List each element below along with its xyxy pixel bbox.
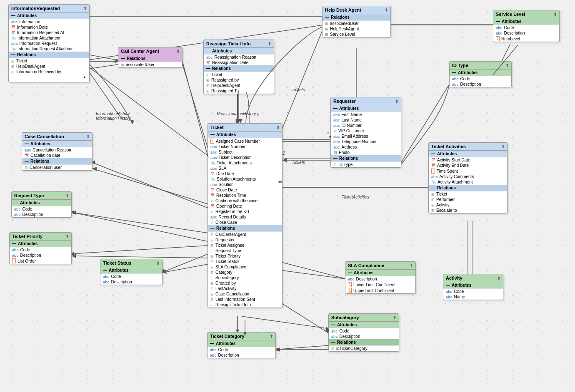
svg-marker-49 xyxy=(282,158,287,162)
row: 📅Activity Start Date xyxy=(429,157,507,163)
entity-header-sla-compliance: SLA Compliance ⬆ xyxy=(345,262,415,270)
row: ⊞HelpDeskAgent xyxy=(9,64,89,69)
entity-header-subcategory: Subcategory ⬆ xyxy=(329,314,399,322)
row: abcInformation Request xyxy=(9,41,89,46)
entity-requester[interactable]: Requester ⬆ — Attributes abcFirst Name a… xyxy=(330,97,401,168)
svg-line-26 xyxy=(242,316,329,329)
entity-activity[interactable]: Activity ⬆ — Attributes abcCode abcName xyxy=(443,274,503,300)
attr-section-id-type: — Attributes xyxy=(450,69,511,76)
entity-ticket-category[interactable]: Ticket Category ⬆ — Attributes abcCode a… xyxy=(207,332,276,358)
row: ⊞Ticket xyxy=(429,191,507,197)
row: ⊞Information Received by xyxy=(9,69,89,74)
row: ⊞Service Level xyxy=(322,32,390,37)
row: 📅Cacellation date xyxy=(22,153,92,158)
row: ⊞Category xyxy=(208,270,282,275)
row: 📎Solution Attachments xyxy=(208,176,282,182)
row: ⊞associatedUser xyxy=(118,62,182,67)
row: ✓Continue with the case xyxy=(208,198,282,203)
row: abcLast Name xyxy=(331,117,401,123)
entity-ticket-status[interactable]: Ticket Status ⬆ — Attributes abcCode abc… xyxy=(100,259,162,285)
entity-header-case-cancellation: Case Cancellation ⬆ xyxy=(22,133,92,141)
row: abcID Number xyxy=(331,123,401,128)
rel-section-requester: — Relations xyxy=(331,155,401,162)
row: abcDescription xyxy=(450,82,511,87)
svg-marker-63 xyxy=(131,120,134,124)
row: ⊞Reasign Ticket Info xyxy=(208,302,282,308)
svg-line-15 xyxy=(92,162,208,208)
row: 📎Ticket Attachments xyxy=(208,160,282,166)
entity-header-request-type: Request Type ⬆ xyxy=(12,192,71,200)
svg-line-39 xyxy=(90,65,118,69)
row: ⊞Ticket Status xyxy=(208,259,282,264)
entity-ticket-activities[interactable]: Ticket Activities ⬆ — Attributes 📅Activi… xyxy=(428,142,508,213)
row: abcCode xyxy=(450,76,511,82)
row: abcInformation xyxy=(9,19,89,25)
svg-marker-44 xyxy=(238,119,242,123)
entity-sla-compliance[interactable]: SLA Compliance ⬆ — Attributes abcDescrip… xyxy=(345,261,416,294)
svg-line-35 xyxy=(85,67,120,117)
entity-id-type[interactable]: ID Type ⬆ — Attributes abcCode abcDescri… xyxy=(449,61,512,87)
row: ✓VIP Customer xyxy=(331,128,401,134)
rel-section-ticket: — Relations xyxy=(208,225,282,232)
rel-section-reassign: — Relations xyxy=(204,65,274,72)
row: abcDescription xyxy=(100,279,162,285)
attr-section-info-req: — Attributes xyxy=(9,12,89,19)
row: abcDescription xyxy=(329,334,399,339)
attr-section-reassign: — Attributes xyxy=(204,48,274,55)
rel-section-ticket-activities: — Relations xyxy=(429,185,507,191)
row: abcName xyxy=(443,294,503,300)
entity-call-center-agent[interactable]: Call Center Agent ⬆ — Relations ⊞associa… xyxy=(118,47,182,68)
attr-section-activity: — Attributes xyxy=(443,282,503,289)
entity-request-type[interactable]: Request Type ⬆ — Attributes abcCode abcD… xyxy=(11,191,72,218)
svg-line-30 xyxy=(275,345,329,350)
entity-ticket[interactable]: Ticket ⬆ — Attributes 1Assigned Case Num… xyxy=(208,123,282,308)
svg-marker-43 xyxy=(235,119,240,123)
row: abcDescription xyxy=(345,276,415,282)
row: abcSubject xyxy=(208,149,282,155)
row: ⊞idTicketCategory xyxy=(329,346,399,351)
row: abcRecord Details xyxy=(208,214,282,220)
attr-section-ticket-priority: — Attributes xyxy=(10,241,71,247)
diagram-canvas: * * * xyxy=(0,0,575,392)
entity-header-service-level: Service Level ⬆ xyxy=(493,10,559,18)
row: ✓Close Case xyxy=(208,220,282,225)
row: ⊞Escalate to xyxy=(429,208,507,213)
information-history-label: InformationHistoryInformation History xyxy=(96,112,131,121)
entity-header-call-center: Call Center Agent ⬆ xyxy=(118,47,182,55)
svg-text:*: * xyxy=(283,150,285,156)
entity-help-desk-agent[interactable]: Help Desk Agent ⬆ — Relations ⊞associate… xyxy=(322,6,391,37)
svg-line-2 xyxy=(85,54,119,60)
ticket-activities-label: TicketActivities xyxy=(342,195,369,199)
svg-marker-38 xyxy=(115,60,118,63)
row: ⊞Cancellation user xyxy=(22,165,92,170)
attr-section-subcategory: — Attributes xyxy=(329,322,399,328)
row: abcCode xyxy=(100,274,162,279)
row: ⊞Ticket xyxy=(204,72,274,77)
entity-header-ticket-activities: Ticket Activities ⬆ xyxy=(429,143,507,151)
row: ⊞Requester xyxy=(208,237,282,243)
entity-subcategory[interactable]: Subcategory ⬆ — Attributes abcCode abcDe… xyxy=(328,313,399,352)
svg-text:*: * xyxy=(282,152,285,159)
svg-marker-51 xyxy=(72,211,76,215)
entity-reassign-ticket-info[interactable]: Reassign Ticket Info ⬆ — Attributes abcR… xyxy=(203,40,274,94)
row: 1Time Spent xyxy=(429,168,507,174)
rel-section-subcategory: — Relations xyxy=(329,339,399,346)
row: abcDescription xyxy=(10,253,71,258)
row: ⊞associatedUser xyxy=(322,21,390,26)
entity-case-cancellation[interactable]: Case Cancellation ⬆ — Attributes abcCanc… xyxy=(22,132,92,171)
entity-header-activity: Activity ⬆ xyxy=(443,274,503,282)
svg-marker-52 xyxy=(72,254,76,258)
row: abcCode xyxy=(443,289,503,294)
attr-section-requester: — Attributes xyxy=(331,105,401,112)
entity-ticket-priority[interactable]: Ticket Priority ⬆ — Attributes abcCode a… xyxy=(9,232,72,264)
entity-service-level[interactable]: Service Level ⬆ — Attributes abcCode abc… xyxy=(493,10,560,42)
entity-information-requested[interactable]: InformationRequested ⬆ — Attributes abcI… xyxy=(8,4,90,82)
row: 1List Order xyxy=(10,258,71,264)
row: ⊞Reassigned by xyxy=(204,77,274,83)
attr-section-request-type: — Attributes xyxy=(12,200,71,206)
row: 1UpperLimit Coefficient xyxy=(345,288,415,293)
row: 📅Information Requested At xyxy=(9,30,89,35)
attr-section-sla-compliance: — Attributes xyxy=(345,270,415,276)
row: ⊞Activity xyxy=(429,202,507,208)
entity-header-id-type: ID Type ⬆ xyxy=(450,62,511,69)
